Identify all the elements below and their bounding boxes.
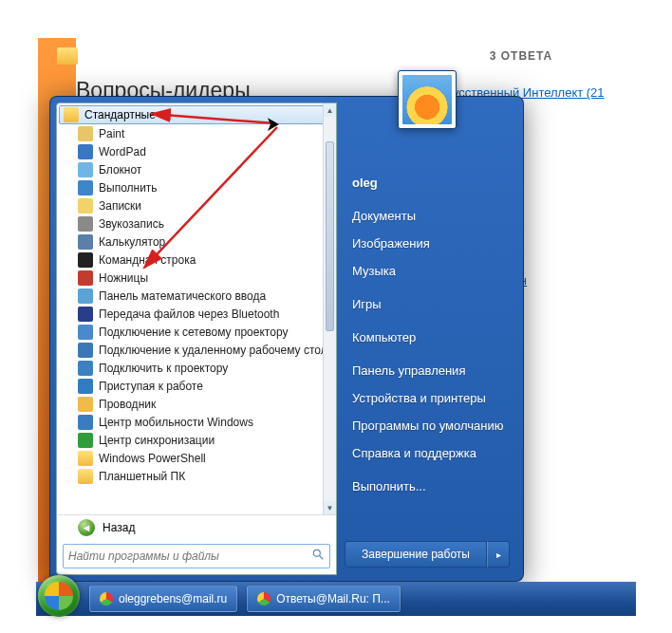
program-item[interactable]: Центр мобильности Windows — [57, 413, 336, 431]
start-menu-right-pane: oleg ДокументыИзображенияМузыкаИгрыКомпь… — [337, 102, 517, 575]
program-label: Проводник — [99, 398, 156, 411]
program-label: Ножницы — [99, 271, 148, 285]
taskbar-button-chrome-1[interactable]: oleggrebens@mail.ru — [89, 586, 237, 612]
search-box[interactable] — [63, 544, 330, 568]
program-subfolder[interactable]: Windows PowerShell — [57, 449, 336, 467]
program-item[interactable]: Подключение к сетевому проектору — [57, 323, 336, 341]
program-icon — [78, 144, 93, 159]
program-label: Подключить к проектору — [99, 362, 228, 375]
program-icon — [78, 270, 93, 286]
desktop-folder-icon[interactable] — [57, 47, 78, 65]
right-pane-item[interactable]: Выполнить... — [346, 473, 510, 500]
search-input[interactable] — [68, 549, 311, 563]
taskbar-button-label: oleggrebens@mail.ru — [119, 592, 227, 605]
folder-icon — [78, 469, 93, 484]
answers-count-label: 3 ОТВЕТА — [408, 49, 634, 63]
program-icon — [78, 216, 93, 232]
svg-point-0 — [313, 549, 320, 556]
program-item[interactable]: Командная строка — [57, 251, 336, 269]
user-name-item[interactable]: oleg — [346, 169, 510, 196]
taskbar: oleggrebens@mail.ru Ответы@Mail.Ru: П... — [36, 582, 636, 616]
program-icon — [78, 433, 93, 448]
taskbar-button-label: Ответы@Mail.Ru: П... — [276, 592, 390, 605]
right-pane-item[interactable]: Игры — [346, 290, 510, 318]
program-icon — [78, 234, 93, 250]
program-icon — [78, 325, 93, 340]
program-item[interactable]: Подключить к проектору — [57, 359, 336, 377]
program-icon — [78, 415, 93, 430]
search-icon — [311, 548, 325, 565]
svg-line-1 — [320, 556, 324, 560]
folder-icon — [78, 451, 93, 466]
program-label: Командная строка — [99, 253, 196, 267]
program-label: Звукозапись — [99, 217, 164, 231]
programs-scrollbar[interactable]: ▲ ▼ — [323, 103, 336, 514]
scroll-down-arrow[interactable]: ▼ — [324, 501, 336, 514]
right-pane-item[interactable]: Компьютер — [346, 324, 510, 351]
program-item[interactable]: Звукозапись — [57, 214, 336, 233]
program-item[interactable]: Калькулятор — [57, 233, 336, 251]
program-item[interactable]: Передача файлов через Bluetooth — [57, 305, 336, 323]
programs-list: Стандартные PaintWordPadБлокнотВыполнить… — [57, 103, 336, 514]
program-label: Калькулятор — [99, 235, 165, 249]
start-menu: Стандартные PaintWordPadБлокнотВыполнить… — [49, 96, 524, 582]
program-icon — [78, 361, 93, 376]
taskbar-button-chrome-2[interactable]: Ответы@Mail.Ru: П... — [247, 586, 401, 612]
right-pane-item[interactable]: Справка и поддержка — [346, 439, 510, 467]
shutdown-options-arrow[interactable]: ▸ — [487, 541, 510, 568]
right-pane-item[interactable]: Программы по умолчанию — [346, 412, 510, 439]
right-pane-item[interactable]: Панель управления — [346, 357, 510, 384]
program-label: Windows PowerShell — [99, 452, 206, 465]
program-item[interactable]: Выполнить — [57, 178, 336, 196]
right-pane-item[interactable]: Устройства и принтеры — [346, 384, 510, 412]
program-label: Блокнот — [99, 163, 141, 177]
program-item[interactable]: Панель математического ввода — [57, 287, 336, 305]
program-label: Записки — [99, 199, 141, 213]
program-label: Приступая к работе — [99, 380, 203, 393]
program-item[interactable]: Центр синхронизации — [57, 431, 336, 449]
program-icon — [78, 343, 93, 358]
program-label: Панель математического ввода — [99, 289, 266, 303]
mouse-cursor: ➤ — [266, 112, 279, 137]
back-arrow-icon: ◄ — [78, 519, 95, 536]
program-item[interactable]: Записки — [57, 196, 336, 214]
right-pane-item[interactable]: Музыка — [346, 257, 510, 285]
program-icon — [78, 162, 93, 177]
program-item[interactable]: WordPad — [57, 142, 336, 160]
folder-header-standard[interactable]: Стандартные — [59, 105, 334, 124]
program-icon — [78, 126, 93, 141]
scroll-up-arrow[interactable]: ▲ — [324, 103, 336, 117]
program-subfolder[interactable]: Планшетный ПК — [57, 467, 336, 485]
chrome-icon — [257, 592, 271, 605]
shutdown-button[interactable]: Завершение работы — [345, 541, 487, 568]
program-label: Paint — [99, 127, 124, 140]
program-icon — [78, 379, 93, 394]
program-item[interactable]: Блокнот — [57, 160, 336, 178]
start-button[interactable] — [38, 575, 80, 617]
back-label: Назад — [103, 521, 135, 534]
program-item[interactable]: Ножницы — [57, 269, 336, 287]
scroll-thumb[interactable] — [326, 141, 334, 331]
program-label: Центр мобильности Windows — [99, 416, 253, 429]
program-label: Подключение к сетевому проектору — [99, 326, 288, 339]
program-label: Планшетный ПК — [99, 470, 185, 483]
user-picture-frame[interactable] — [398, 70, 457, 129]
back-button[interactable]: ◄ Назад — [57, 514, 336, 539]
program-item[interactable]: Подключение к удаленному рабочему стол — [57, 341, 336, 359]
program-label: Выполнить — [99, 181, 158, 195]
start-menu-programs-pane: Стандартные PaintWordPadБлокнотВыполнить… — [56, 102, 337, 575]
right-pane-item[interactable]: Документы — [346, 202, 510, 230]
program-item[interactable]: Paint — [57, 124, 336, 142]
program-icon — [78, 198, 93, 214]
program-item[interactable]: Приступая к работе — [57, 377, 336, 395]
program-icon — [78, 289, 93, 304]
folder-header-label: Стандартные — [84, 108, 156, 121]
program-icon — [78, 307, 93, 322]
program-item[interactable]: Проводник — [57, 395, 336, 413]
right-pane-item[interactable]: Изображения — [346, 230, 510, 257]
program-label: WordPad — [99, 145, 146, 158]
program-icon — [78, 397, 93, 412]
program-icon — [78, 252, 93, 268]
program-label: Подключение к удаленному рабочему стол — [99, 344, 327, 357]
chrome-icon — [100, 592, 113, 605]
